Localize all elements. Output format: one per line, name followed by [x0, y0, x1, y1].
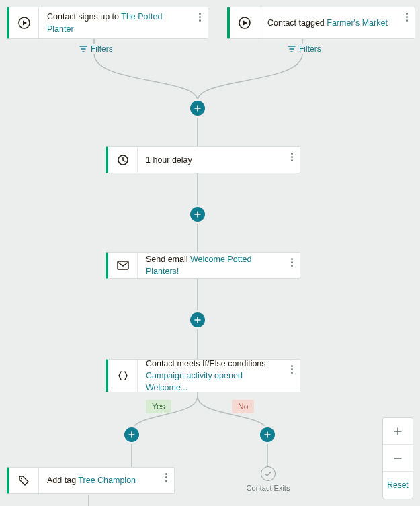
svg-marker-3: [243, 21, 247, 26]
branch-label-yes: Yes: [146, 400, 171, 413]
branch-icon: [108, 360, 138, 392]
node-menu-button[interactable]: [288, 147, 300, 161]
zoom-control: Reset: [382, 417, 413, 499]
delay-node[interactable]: 1 hour delay: [106, 146, 300, 173]
filter-icon: [288, 45, 296, 53]
add-step-button[interactable]: [190, 207, 205, 222]
email-text: Send email: [146, 255, 190, 264]
filter-icon: [79, 45, 87, 53]
zoom-in-button[interactable]: [383, 418, 413, 445]
zoom-out-button[interactable]: [383, 445, 413, 472]
play-icon: [9, 7, 39, 38]
svg-marker-1: [23, 21, 27, 26]
mail-icon: [108, 253, 138, 278]
node-menu-button[interactable]: [288, 360, 300, 374]
plus-icon: [392, 426, 403, 437]
add-step-button-no[interactable]: [260, 427, 275, 442]
trigger-node-signup[interactable]: Contact signs up to The Potted Planter: [7, 7, 208, 39]
condition-node[interactable]: Contact meets If/Else conditions Campaig…: [106, 359, 300, 392]
svg-point-6: [20, 478, 22, 479]
zoom-reset-button[interactable]: Reset: [383, 472, 413, 499]
node-menu-button[interactable]: [403, 7, 415, 22]
add-step-button-yes[interactable]: [124, 427, 139, 442]
filters-button-left[interactable]: Filters: [79, 44, 113, 54]
node-menu-button[interactable]: [162, 468, 174, 482]
filters-label: Filters: [91, 44, 113, 54]
trigger-text: Contact tagged: [267, 18, 327, 28]
checkmark-circle-icon: [261, 466, 276, 481]
add-step-button[interactable]: [190, 101, 205, 116]
email-node[interactable]: Send email Welcome Potted Planters!: [106, 252, 300, 279]
tag-link[interactable]: Tree Champion: [78, 476, 136, 485]
condition-title: Contact meets If/Else conditions: [146, 357, 280, 370]
node-menu-button[interactable]: [196, 7, 208, 22]
exit-label: Contact Exits: [245, 484, 292, 492]
svg-rect-5: [118, 261, 128, 269]
condition-detail: Campaign activity opened Welcome...: [146, 370, 280, 394]
filters-label: Filters: [299, 44, 321, 54]
exit-node: Contact Exits: [245, 466, 292, 492]
tag-node[interactable]: Add tag Tree Champion: [7, 467, 175, 494]
add-step-button[interactable]: [190, 312, 205, 327]
filters-button-right[interactable]: Filters: [288, 44, 321, 54]
trigger-node-tagged[interactable]: Contact tagged Farmer's Market: [227, 7, 415, 39]
minus-icon: [392, 453, 403, 464]
delay-text: 1 hour delay: [146, 155, 192, 165]
clock-icon: [108, 147, 138, 173]
trigger-link[interactable]: Farmer's Market: [327, 18, 388, 28]
branch-label-no: No: [232, 400, 254, 413]
tag-text: Add tag: [47, 476, 78, 485]
play-icon: [230, 7, 259, 38]
tag-icon: [9, 468, 39, 493]
trigger-text: Contact signs up to: [47, 12, 121, 22]
node-menu-button[interactable]: [288, 253, 300, 267]
